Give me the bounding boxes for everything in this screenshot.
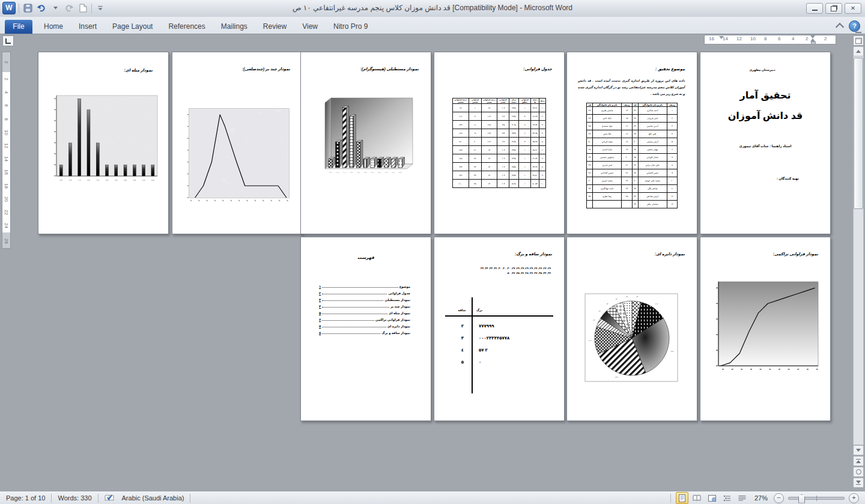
customize-quick-access-toolbar-icon[interactable]	[95, 3, 106, 14]
tab-references[interactable]: References	[160, 20, 213, 34]
table-cell: ۲۴/۵	[509, 104, 518, 112]
page-toc[interactable]: فهرست موضوع۱جدول فراوانی۲نمودار مستطیلی۳…	[300, 237, 431, 421]
minimize-button[interactable]	[806, 3, 823, 14]
page-heading: نمودار مستطیلی (هیستوگرام):	[360, 67, 419, 71]
page-pie-chart[interactable]: نمودار دایره ای: ٪۴٪۱۲٪۲۸٪۲۴٪۱۲٪۴٪۴٪۴٪۴٪…	[566, 237, 697, 421]
proofing-icon[interactable]	[99, 494, 121, 502]
svg-text:٪۴: ٪۴	[616, 298, 618, 300]
tab-nitro-pro-9[interactable]: Nitro Pro 9	[326, 20, 375, 34]
vertical-ruler[interactable]: 22468101214161820222426	[2, 52, 11, 249]
page-frequency-table[interactable]: جدول فراوانی: ردیفدسته هافراوانی مطلقمرک…	[434, 52, 565, 234]
tab-mailings[interactable]: Mailings	[213, 20, 255, 34]
ruler-toggle-icon[interactable]	[853, 35, 864, 46]
page-histogram[interactable]: نمودار مستطیلی (هیستوگرام): ۲۴/۵۲۷/۵۳۰/۵…	[300, 52, 431, 234]
table-cell: ۱۸	[622, 138, 632, 146]
svg-text:۴۵/۵: ۴۵/۵	[378, 172, 381, 174]
tab-file[interactable]: File	[5, 20, 32, 34]
table-cell: آرش رستمی	[638, 138, 667, 146]
splitter-handle[interactable]	[855, 32, 861, 33]
table-cell: ۴۴-۴۷	[531, 163, 539, 171]
view-outline-icon[interactable]	[721, 492, 733, 504]
table-cell: ۱۲	[667, 193, 677, 201]
undo-dropdown-icon[interactable]	[50, 3, 61, 14]
toc-entry-label: نمودار فراوانی تراکمی	[375, 318, 410, 321]
tab-selector[interactable]	[2, 35, 14, 46]
zoom-slider-thumb[interactable]	[798, 494, 805, 503]
table-cell: ۰/۲۸	[497, 121, 509, 129]
table-cell: ۲۴	[622, 185, 632, 193]
view-full-screen-reading-icon[interactable]	[691, 492, 703, 504]
first-line-indent-marker[interactable]	[719, 36, 724, 39]
left-indent-marker[interactable]	[811, 41, 816, 44]
scroll-up-icon[interactable]	[853, 46, 864, 56]
stem-leaf-plot: ساقه برگ ۲۷۷۷۹۹۹۳۰۰۰۲۳۳۴۴۵۷۷۸٤۲ ۵۷۵۰	[445, 297, 553, 399]
toc-entry[interactable]: موضوع۱	[319, 282, 410, 288]
leaf-values: ۷۷۷۹۹۹	[479, 324, 494, 329]
view-print-layout-icon[interactable]	[676, 492, 688, 504]
topic-paragraph: داده های این پروژه از طریق اندازه گیری ب…	[578, 77, 685, 97]
tab-view[interactable]: View	[294, 20, 326, 34]
page-stem-leaf[interactable]: نمودار ساقه و برگ: ۲۷, ۲۷, ۲۷, ۲۷, ۲۹, ۲…	[434, 237, 565, 421]
toc-entry[interactable]: نمودار فراوانی تراکمی۶	[319, 315, 410, 321]
undo-icon[interactable]	[36, 3, 47, 14]
page-polygon-chart[interactable]: نمودار چند بر (چندضلعی):	[172, 52, 303, 234]
toc-entry[interactable]: نمودار دایره ای۷	[319, 321, 410, 328]
zoom-slider[interactable]	[788, 497, 845, 500]
horizontal-ruler[interactable]: 1614121086422	[704, 35, 836, 44]
page-bar-chart[interactable]: نمودار میله ای: ۲۴/۵۲۷/۵۳۰/۵۳۳/۵۳۶/۵۳۹/۵…	[38, 52, 169, 234]
svg-text:۳۹/۵: ۳۹/۵	[106, 179, 109, 181]
toc-entry[interactable]: نمودار چند بر۴	[319, 302, 410, 308]
tab-page-layout[interactable]: Page Layout	[105, 20, 160, 34]
table-cell: ۱	[518, 146, 531, 154]
toc-entry[interactable]: نمودار مستطیلی۳	[319, 295, 410, 302]
tab-review[interactable]: Review	[255, 20, 294, 34]
tab-home[interactable]: Home	[36, 20, 71, 34]
help-icon[interactable]: ?	[849, 20, 860, 32]
save-icon[interactable]	[22, 3, 33, 14]
scrollbar-track[interactable]	[853, 56, 864, 445]
toc-entry[interactable]: جدول فراوانی۲	[319, 288, 410, 295]
page-heading: نمودار چند بر (چندضلعی):	[242, 67, 290, 71]
ogive-chart[interactable]	[709, 275, 823, 378]
toc-entry[interactable]: نمودار ساقه و برگ۸	[319, 328, 410, 335]
word-logo-icon[interactable]: W	[2, 2, 16, 14]
page-indicator[interactable]: Page: 1 of 10	[0, 491, 51, 504]
table-cell: ۳۷	[632, 115, 638, 123]
table-row: ۱۳ساسان نیکی۳۴	[587, 201, 678, 208]
language-indicator[interactable]: Arabic (Saudi Arabia)	[121, 491, 190, 504]
table-cell: ۲۳	[622, 177, 632, 185]
polygon-chart[interactable]	[181, 104, 293, 209]
table-cell: ٪۱۶	[453, 112, 469, 121]
select-browse-object-icon[interactable]	[853, 467, 864, 477]
view-web-layout-icon[interactable]	[706, 492, 718, 504]
zoom-level[interactable]: 27%	[751, 491, 771, 504]
new-document-icon[interactable]	[77, 3, 88, 14]
scrollbar-thumb[interactable]	[854, 58, 863, 209]
pie-chart[interactable]: ٪۴٪۱۲٪۲۸٪۲۴٪۱۲٪۴٪۴٪۴٪۴٪۴	[583, 290, 681, 385]
previous-page-icon[interactable]	[853, 456, 864, 466]
scroll-down-icon[interactable]	[853, 445, 864, 455]
column-header: ردیف	[539, 99, 545, 104]
histogram-chart[interactable]: ۲۴/۵۲۷/۵۳۰/۵۳۳/۵۳۶/۵۳۹/۵۴۲/۵۴۵/۵۴۸/۵۵۱/۵…	[311, 94, 421, 178]
minimize-ribbon-icon[interactable]	[836, 23, 844, 31]
toc-entry[interactable]: نمودار میله ای۵	[319, 308, 410, 315]
svg-text:٪۱۲: ٪۱۲	[655, 303, 658, 305]
restore-button[interactable]	[825, 3, 842, 14]
page-topic[interactable]: موضوع تحقیق : داده های این پروژه از طریق…	[566, 52, 697, 234]
bar-chart[interactable]: ۲۴/۵۲۷/۵۳۰/۵۳۳/۵۳۶/۵۳۹/۵۴۲/۵۴۵/۵۴۸/۵۵۱/۵…	[44, 87, 163, 189]
next-page-icon[interactable]	[853, 478, 864, 488]
tab-insert[interactable]: Insert	[71, 20, 105, 34]
page-cover[interactable]: دبیرستان مطهری تحقیق آمار قد دانش آموزان…	[700, 52, 831, 234]
table-cell: ۲۰	[469, 138, 482, 146]
view-draft-icon[interactable]	[736, 492, 748, 504]
word-count[interactable]: Words: 330	[52, 491, 97, 504]
svg-text:٪۱۲: ٪۱۲	[589, 339, 592, 342]
table-cell: ۳۳	[632, 162, 638, 169]
stem-value: ٤	[456, 348, 469, 353]
title-bar: W قد دانش موزان کلاس پنجم مدرسه غيرانتفا…	[0, 0, 865, 17]
zoom-out-icon[interactable]: −	[774, 493, 784, 503]
ruler-number: 10	[750, 36, 756, 41]
close-button[interactable]: ✕	[845, 3, 861, 14]
zoom-in-icon[interactable]: +	[849, 493, 859, 503]
page-ogive-chart[interactable]: نمودار فراوانی تراکمی:	[700, 237, 831, 421]
